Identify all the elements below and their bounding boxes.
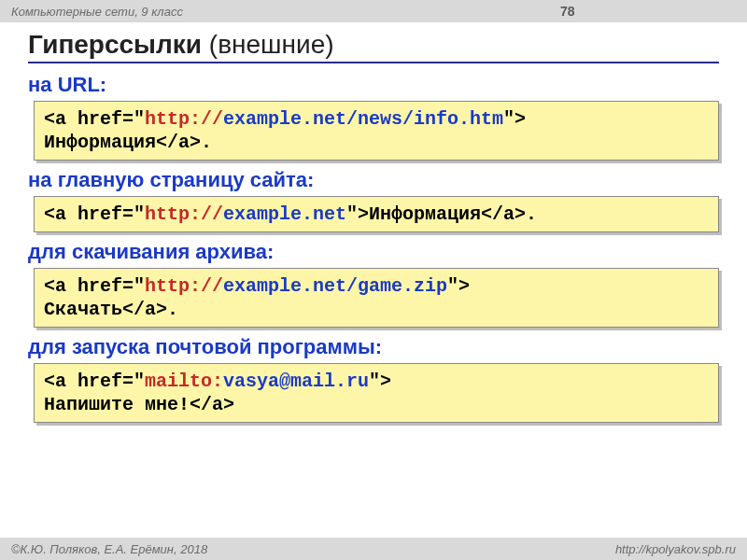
code-token: http:// — [145, 275, 223, 297]
title-bold: Гиперссылки — [28, 30, 202, 59]
section-label: на URL: — [28, 73, 719, 97]
code-block: <a href="http://example.net">Информация<… — [34, 196, 719, 232]
code-token: <a href=" — [44, 371, 145, 392]
slide-content: Гиперссылки (внешние) на URL:<a href="ht… — [0, 22, 747, 423]
code-token: vasya@mail.ru — [223, 371, 369, 392]
code-token: mailto: — [145, 371, 223, 392]
title-rest: (внешние) — [202, 30, 333, 59]
slide-footer: ©К.Ю. Поляков, Е.А. Ерёмин, 2018 http://… — [0, 538, 747, 560]
section-label: для скачивания архива: — [28, 240, 719, 264]
code-block: <a href="http://example.net/news/info.ht… — [34, 101, 719, 161]
slide-header: Компьютерные сети, 9 класс 78 — [0, 0, 747, 22]
footer-url: http://kpolyakov.spb.ru — [615, 542, 736, 556]
section-label: для запуска почтовой программы: — [28, 335, 719, 359]
footer-copyright: ©К.Ю. Поляков, Е.А. Ерёмин, 2018 — [11, 542, 207, 556]
code-token: example.net/game.zip — [223, 275, 447, 297]
code-token: http:// — [145, 203, 223, 225]
page-number: 78 — [560, 0, 575, 22]
code-block: <a href="http://example.net/game.zip"> С… — [34, 268, 719, 328]
code-token: <a href=" — [44, 203, 145, 225]
code-block: <a href="mailto:vasya@mail.ru"> Напишите… — [34, 363, 719, 423]
code-token: <a href=" — [44, 108, 145, 130]
code-token: http:// — [145, 108, 223, 130]
code-token: <a href=" — [44, 275, 145, 297]
section-label: на главную страницу сайта: — [28, 168, 719, 192]
slide-title: Гиперссылки (внешние) — [28, 30, 719, 63]
code-token: ">Информация</a>. — [346, 203, 537, 225]
code-token: example.net/news/info.htm — [223, 108, 503, 130]
code-token: example.net — [223, 203, 346, 225]
course-title: Компьютерные сети, 9 класс — [11, 5, 183, 19]
